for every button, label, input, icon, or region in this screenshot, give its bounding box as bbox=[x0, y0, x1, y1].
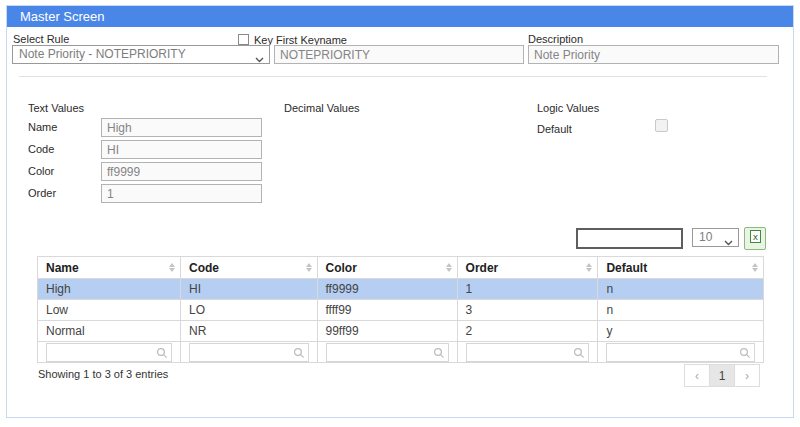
chevron-down-icon bbox=[724, 234, 733, 247]
sort-icon bbox=[752, 263, 758, 272]
sort-icon bbox=[446, 263, 452, 272]
sort-icon bbox=[169, 263, 175, 272]
description-input[interactable] bbox=[528, 45, 779, 64]
section-divider bbox=[19, 76, 767, 77]
default-label: Default bbox=[537, 123, 572, 135]
page-size-value: 10 bbox=[699, 230, 712, 244]
table-cell[interactable]: 1 bbox=[457, 279, 598, 300]
table-cell[interactable]: ffff99 bbox=[317, 300, 457, 321]
prev-page-button[interactable]: ‹ bbox=[684, 364, 710, 387]
data-table: Name Code Color Order Default High HI ff… bbox=[37, 256, 764, 363]
svg-text:x: x bbox=[752, 232, 758, 242]
table-cell[interactable]: n bbox=[598, 279, 764, 300]
order-label: Order bbox=[28, 187, 56, 199]
text-values-title: Text Values bbox=[28, 102, 84, 114]
filter-input-code[interactable] bbox=[190, 344, 307, 361]
column-header-order[interactable]: Order bbox=[457, 257, 598, 279]
column-header-name[interactable]: Name bbox=[38, 257, 181, 279]
master-screen-panel: Master Screen Select Rule Key First Keyn… bbox=[6, 5, 794, 418]
table-cell[interactable]: HI bbox=[181, 279, 317, 300]
next-page-button[interactable]: › bbox=[734, 364, 760, 387]
code-label: Code bbox=[28, 143, 54, 155]
page-1-button[interactable]: 1 bbox=[709, 364, 735, 387]
sort-icon bbox=[306, 263, 312, 272]
code-field[interactable] bbox=[101, 140, 262, 159]
table-cell[interactable]: NR bbox=[181, 321, 317, 342]
search-icon bbox=[573, 347, 585, 359]
page-size-select[interactable]: 10 bbox=[692, 228, 739, 247]
name-field[interactable] bbox=[101, 118, 262, 137]
filter-input-order[interactable] bbox=[467, 344, 589, 361]
table-row[interactable]: Normal NR 99ff99 2 y bbox=[38, 321, 764, 342]
table-header-row: Name Code Color Order Default bbox=[38, 257, 764, 279]
table-cell[interactable]: LO bbox=[181, 300, 317, 321]
table-row[interactable]: High HI ff9999 1 n bbox=[38, 279, 764, 300]
table-cell[interactable]: Low bbox=[38, 300, 181, 321]
table-cell[interactable]: n bbox=[598, 300, 764, 321]
pagination: ‹ 1 › bbox=[685, 364, 760, 387]
search-icon bbox=[156, 347, 168, 359]
excel-export-button[interactable]: x bbox=[744, 227, 766, 250]
color-field[interactable] bbox=[101, 162, 262, 181]
select-rule-value: Note Priority - NOTEPRIORITY bbox=[19, 47, 186, 61]
table-cell[interactable]: Normal bbox=[38, 321, 181, 342]
filter-input-default[interactable] bbox=[607, 344, 754, 361]
search-icon bbox=[433, 347, 445, 359]
column-header-default[interactable]: Default bbox=[598, 257, 764, 279]
filter-row bbox=[38, 342, 764, 363]
table-row[interactable]: Low LO ffff99 3 n bbox=[38, 300, 764, 321]
sort-icon bbox=[586, 263, 592, 272]
search-icon bbox=[739, 347, 751, 359]
description-label: Description bbox=[528, 33, 583, 45]
column-header-code[interactable]: Code bbox=[181, 257, 317, 279]
chevron-right-icon: › bbox=[745, 369, 749, 383]
order-field[interactable] bbox=[101, 184, 262, 203]
default-checkbox[interactable] bbox=[655, 119, 668, 132]
table-cell[interactable]: 2 bbox=[457, 321, 598, 342]
key-first-keyname-checkbox[interactable] bbox=[238, 34, 249, 45]
column-header-color[interactable]: Color bbox=[317, 257, 457, 279]
name-label: Name bbox=[28, 121, 57, 133]
entries-summary: Showing 1 to 3 of 3 entries bbox=[38, 368, 168, 380]
table-cell[interactable]: 99ff99 bbox=[317, 321, 457, 342]
select-rule-dropdown[interactable]: Note Priority - NOTEPRIORITY bbox=[12, 45, 270, 64]
table-cell[interactable]: ff9999 bbox=[317, 279, 457, 300]
select-rule-label: Select Rule bbox=[13, 33, 69, 45]
excel-icon: x bbox=[749, 229, 762, 248]
filter-input-name[interactable] bbox=[47, 344, 171, 361]
table-cell[interactable]: High bbox=[38, 279, 181, 300]
table-search-input[interactable] bbox=[576, 228, 683, 249]
page-title: Master Screen bbox=[20, 9, 105, 24]
color-label: Color bbox=[28, 165, 54, 177]
decimal-values-title: Decimal Values bbox=[284, 102, 360, 114]
logic-values-title: Logic Values bbox=[537, 102, 599, 114]
table-cell[interactable]: 3 bbox=[457, 300, 598, 321]
chevron-down-icon bbox=[255, 51, 264, 64]
chevron-left-icon: ‹ bbox=[695, 369, 699, 383]
search-icon bbox=[293, 347, 305, 359]
filter-input-color[interactable] bbox=[327, 344, 448, 361]
keyname-input[interactable] bbox=[274, 45, 524, 64]
page-title-bar: Master Screen bbox=[7, 6, 793, 27]
table-cell[interactable]: y bbox=[598, 321, 764, 342]
